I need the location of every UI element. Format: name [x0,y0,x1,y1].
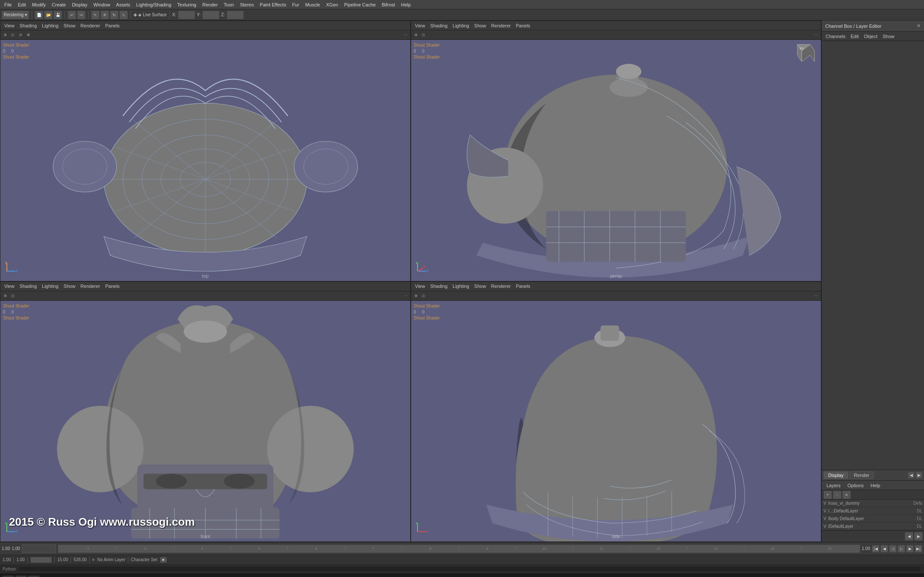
menu-file[interactable]: File [2,1,15,8]
layer-2-visibility[interactable]: V [823,516,826,521]
vp-side-view[interactable]: View [413,283,427,289]
viewport-persp[interactable]: View Shading Lighting Show Renderer Pane… [411,21,821,281]
scale-tool-btn[interactable]: ⤡ [119,11,128,19]
channel-box-menu-show[interactable]: Show [880,33,897,39]
layer-options-btn[interactable]: ≡ [842,491,851,499]
move-tool-btn[interactable]: ✛ [101,11,109,19]
vp-top-tool-2[interactable]: ◫ [9,32,16,38]
vp-front-tool-3[interactable]: ⋯ [402,292,409,299]
vp-side-shading[interactable]: Shading [428,283,450,289]
select-tool-btn[interactable]: ↖ [91,11,100,19]
menu-texturing[interactable]: Texturing [175,1,199,8]
play-back-btn[interactable]: ◁ [889,545,897,553]
channel-box-close-btn[interactable]: ✕ [917,23,921,29]
vp-side-show[interactable]: Show [472,283,489,289]
menu-muscle[interactable]: Muscle [302,1,323,8]
layer-row-0[interactable]: V /russ_vr_dummy Defa [822,500,924,507]
vp-persp-tool-1[interactable]: ⊞ [412,32,419,38]
open-scene-btn[interactable]: 📂 [44,11,53,19]
vp-top-renderer[interactable]: Renderer [78,23,102,29]
vp-side-tool-1[interactable]: ⊞ [412,292,419,299]
vp-top-panels[interactable]: Panels [103,23,122,29]
vp-front-view[interactable]: View [2,283,17,289]
new-scene-btn[interactable]: 📄 [35,11,43,19]
vp-persp-tool-2[interactable]: ◫ [420,32,427,38]
vp-front-panels[interactable]: Panels [103,283,122,289]
vp-top-lighting[interactable]: Lighting [40,23,61,29]
vp-side-tool-3[interactable]: ⋯ [813,292,820,299]
menu-create[interactable]: Create [49,1,68,8]
menu-lighting-shading[interactable]: Lighting/Shading [133,1,174,8]
viewport-top[interactable]: View Shading Lighting Show Renderer Pane… [0,21,411,281]
vp-front-shading[interactable]: Shading [18,283,39,289]
menu-display[interactable]: Display [69,1,90,8]
vp-persp-tool-3[interactable]: ⋯ [813,32,820,38]
layer-3-visibility[interactable]: V [823,524,826,529]
display-tab[interactable]: Display [823,471,848,479]
vp-side-panels[interactable]: Panels [514,283,533,289]
menu-fur[interactable]: Fur [290,1,302,8]
timeline-track[interactable]: 2 3 4 5 6 7 8 9 10 11 12 13 14 15 [58,544,860,553]
vp-top-shading[interactable]: Shading [18,23,39,29]
menu-help[interactable]: Help [399,1,414,8]
taskbar-browser-btn[interactable]: □ [15,576,27,577]
vp-side-tool-2[interactable]: ◫ [420,292,427,299]
create-layer-btn[interactable]: + [823,491,832,499]
vp-top-tool-3[interactable]: ⊟ [17,32,24,38]
channel-box-menu-object[interactable]: Object [862,33,880,39]
taskbar-close-btn[interactable]: ✕ [28,576,39,577]
panel-shrink-btn[interactable]: ▶ [915,472,922,479]
layer-row-1[interactable]: V /...:DefaultLayer DL [822,507,924,515]
menu-render[interactable]: Render [200,1,220,8]
navigation-cube[interactable]: top [789,42,814,64]
vp-persp-view[interactable]: View [413,23,427,29]
menu-xgen[interactable]: XGen [323,1,341,8]
vp-side-renderer[interactable]: Renderer [489,283,513,289]
vp-persp-show[interactable]: Show [472,23,489,29]
menu-paint-effects[interactable]: Paint Effects [257,1,289,8]
vp-front-renderer[interactable]: Renderer [78,283,102,289]
vp-persp-panels[interactable]: Panels [514,23,533,29]
layer-1-visibility[interactable]: V [823,509,826,513]
channel-box-menu-edit[interactable]: Edit [848,33,861,39]
status-char-set-btn[interactable]: ■ [160,557,167,563]
rendering-dropdown[interactable]: Rendering ▾ [2,11,29,19]
layer-row-2[interactable]: V /body DefaultLayer DL [822,515,924,523]
menu-toon[interactable]: Toon [221,1,237,8]
vp-front-show[interactable]: Show [62,283,78,289]
vp-top-view[interactable]: View [2,23,17,29]
vp-persp-lighting[interactable]: Lighting [450,23,471,29]
python-input[interactable] [18,566,921,572]
menu-window[interactable]: Window [91,1,113,8]
viewport-front[interactable]: View Shading Lighting Show Renderer Pane… [0,281,411,542]
vp-side-lighting[interactable]: Lighting [450,283,471,289]
scroll-up-btn[interactable]: ◀ [905,532,913,541]
next-frame-btn[interactable]: ▶ [906,545,914,553]
delete-layer-btn[interactable]: - [833,491,841,499]
go-end-btn[interactable]: ▶| [915,545,922,553]
vp-top-tool-1[interactable]: ⊞ [2,32,9,38]
menu-stereo[interactable]: Stereo [237,1,256,8]
vp-top-tool-5[interactable]: ⋯ [402,32,409,38]
vp-front-tool-1[interactable]: ⊞ [2,292,9,299]
x-input[interactable] [178,11,195,19]
vp-front-tool-2[interactable]: ◫ [9,292,16,299]
render-tab[interactable]: Render [849,471,874,479]
viewport-side[interactable]: View Shading Lighting Show Renderer Pane… [411,281,821,542]
vp-top-tool-4[interactable]: ⊠ [25,32,32,38]
layers-menu-layers[interactable]: Layers [824,482,843,488]
vp-top-show[interactable]: Show [62,23,78,29]
vp-front-lighting[interactable]: Lighting [40,283,61,289]
menu-modify[interactable]: Modify [30,1,48,8]
play-forward-btn[interactable]: ▷ [897,545,905,553]
menu-bifrost[interactable]: Bifrost [379,1,397,8]
menu-edit[interactable]: Edit [15,1,29,8]
vp-persp-shading[interactable]: Shading [428,23,450,29]
layers-menu-options[interactable]: Options [845,482,866,488]
redo-btn[interactable]: ↪ [77,11,86,19]
vp-persp-renderer[interactable]: Renderer [489,23,513,29]
layers-menu-help[interactable]: Help [868,482,883,488]
undo-btn[interactable]: ↩ [68,11,76,19]
prev-frame-btn[interactable]: ◀ [880,545,888,553]
go-start-btn[interactable]: |◀ [872,545,880,553]
